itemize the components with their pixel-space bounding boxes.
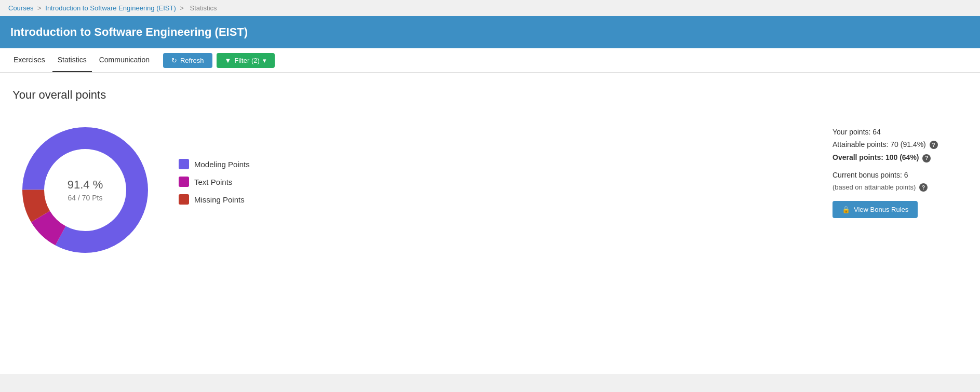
page-title: Introduction to Software Engineering (EI… [10, 25, 970, 39]
legend-label-missing: Missing Points [194, 195, 245, 204]
main-content: Your overall points [0, 73, 980, 374]
breadcrumb-courses[interactable]: Courses [8, 4, 33, 12]
refresh-icon: ↻ [171, 57, 177, 64]
filter-icon: ▼ [225, 57, 232, 64]
legend-color-missing [179, 194, 189, 205]
breadcrumb: Courses > Introduction to Software Engin… [0, 0, 980, 16]
overall-points-row: Overall points: 100 (64%) ? [833, 153, 968, 162]
tab-communication[interactable]: Communication [94, 48, 155, 72]
bonus-help-icon[interactable]: ? [919, 183, 928, 192]
overall-label: Overall points: 100 (64%) [833, 153, 919, 161]
overall-help-icon[interactable]: ? [922, 154, 931, 163]
breadcrumb-sep1: > [37, 4, 42, 12]
attainable-label: Attainable points: 70 (91.4%) [833, 140, 926, 148]
bonus-note-label: (based on attainable points) [833, 183, 916, 191]
legend-label-text: Text Points [194, 178, 232, 186]
your-points-row: Your points: 64 [833, 128, 968, 136]
refresh-label: Refresh [180, 57, 204, 64]
legend-color-text [179, 177, 189, 187]
filter-dropdown-icon: ▾ [263, 57, 266, 64]
chart-legend: Modeling Points Text Points Missing Poin… [179, 159, 250, 205]
nav-actions: ↻ Refresh ▼ Filter (2) ▾ [163, 53, 275, 68]
view-bonus-label: View Bonus Rules [854, 206, 908, 213]
donut-percent: 91.4 % [68, 178, 103, 192]
bonus-points-row: Current bonus points: 6 [833, 171, 968, 179]
nav-bar: Exercises Statistics Communication ↻ Ref… [0, 48, 980, 73]
lock-icon: 🔒 [842, 206, 850, 213]
legend-color-modeling [179, 159, 189, 169]
bonus-note-row: (based on attainable points) ? [833, 183, 968, 192]
header-bar: Introduction to Software Engineering (EI… [0, 16, 980, 48]
section-title: Your overall points [12, 88, 968, 102]
stats-panel: Your points: 64 Attainable points: 70 (9… [801, 117, 968, 218]
donut-chart: 91.4 % 64 / 70 Pts [12, 117, 158, 263]
legend-item-modeling: Modeling Points [179, 159, 250, 169]
legend-item-text: Text Points [179, 177, 250, 187]
breadcrumb-course[interactable]: Introduction to Software Engineering (EI… [45, 4, 176, 12]
tab-statistics[interactable]: Statistics [52, 48, 92, 72]
legend-label-modeling: Modeling Points [194, 160, 250, 169]
donut-center: 91.4 % 64 / 70 Pts [68, 178, 103, 202]
tab-exercises[interactable]: Exercises [8, 48, 50, 72]
attainable-points-row: Attainable points: 70 (91.4%) ? [833, 140, 968, 149]
filter-label: Filter (2) [234, 57, 259, 64]
refresh-button[interactable]: ↻ Refresh [163, 53, 212, 68]
breadcrumb-current: Statistics [190, 4, 217, 12]
view-bonus-rules-button[interactable]: 🔒 View Bonus Rules [833, 201, 918, 218]
donut-pts: 64 / 70 Pts [68, 194, 103, 202]
filter-button[interactable]: ▼ Filter (2) ▾ [217, 53, 275, 68]
attainable-help-icon[interactable]: ? [930, 141, 938, 149]
breadcrumb-sep2: > [180, 4, 184, 12]
legend-item-missing: Missing Points [179, 194, 250, 205]
